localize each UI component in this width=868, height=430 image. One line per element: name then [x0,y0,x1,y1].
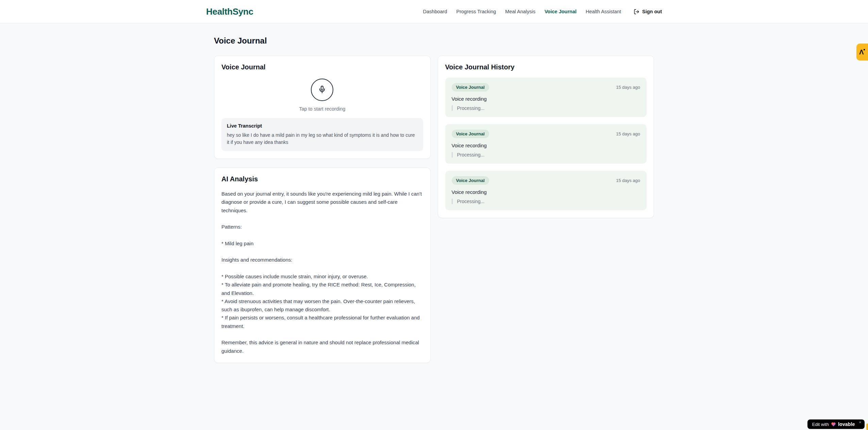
history-list: Voice Journal 15 days ago Voice recordin… [445,78,647,210]
badge-close-icon[interactable]: × [859,420,861,424]
page-title: Voice Journal [214,36,654,46]
top-navigation-bar: HealthSync Dashboard Progress Tracking M… [0,0,868,23]
tap-to-record-hint: Tap to start recording [299,106,345,112]
history-card-title: Voice Journal History [445,63,647,71]
edit-with-label: Edit with [812,422,829,427]
nav-item-progress-tracking[interactable]: Progress Tracking [456,9,496,14]
nav-item-meal-analysis[interactable]: Meal Analysis [505,9,535,14]
nav-item-dashboard[interactable]: Dashboard [423,9,447,14]
sign-out-icon [634,9,639,15]
history-entry[interactable]: Voice Journal 15 days ago Voice recordin… [445,124,647,164]
app-logo[interactable]: HealthSync [206,6,253,17]
voice-recorder-card: Voice Journal Tap to start recording [214,55,431,159]
entry-timestamp: 15 days ago [616,131,640,136]
entry-type-badge: Voice Journal [452,130,489,138]
gradient-heart-icon [831,422,836,427]
lovable-edit-side-tag-button[interactable]: Λ [856,44,868,61]
entry-title: Voice recording [452,189,640,195]
main-nav: Dashboard Progress Tracking Meal Analysi… [423,9,662,15]
entry-status: Processing... [452,199,640,204]
right-column: Voice Journal History Voice Journal 15 d… [438,55,654,218]
ai-analysis-title: AI Analysis [221,175,423,183]
entry-type-badge: Voice Journal [452,83,489,92]
main-content: Voice Journal Voice Journal [214,23,654,363]
ai-analysis-body: Based on your journal entry, it sounds l… [221,190,423,355]
history-entry[interactable]: Voice Journal 15 days ago Voice recordin… [445,171,647,210]
entry-timestamp: 15 days ago [616,85,640,90]
live-transcript-box: Live Transcript hey so like I do have a … [221,118,423,151]
record-button[interactable] [311,79,333,101]
entry-status: Processing... [452,152,640,158]
lovable-caret-icon: Λ [859,49,864,55]
ai-analysis-card: AI Analysis Based on your journal entry,… [214,167,431,363]
entry-title: Voice recording [452,96,640,102]
sign-out-label: Sign out [642,9,662,14]
nav-item-health-assistant[interactable]: Health Assistant [586,9,621,14]
lovable-brand-label: lovable [838,421,855,427]
edit-with-lovable-badge[interactable]: Edit with lovable × [807,419,865,429]
voice-journal-history-card: Voice Journal History Voice Journal 15 d… [438,55,654,218]
live-transcript-text: hey so like I do have a mild pain in my … [227,132,418,146]
sign-out-button[interactable]: Sign out [634,9,662,15]
entry-title: Voice recording [452,143,640,148]
entry-type-badge: Voice Journal [452,176,489,185]
entry-timestamp: 15 days ago [616,178,640,183]
entry-status: Processing... [452,105,640,111]
live-transcript-title: Live Transcript [227,123,418,129]
history-entry[interactable]: Voice Journal 15 days ago Voice recordin… [445,78,647,117]
microphone-icon [318,85,326,95]
nav-item-voice-journal[interactable]: Voice Journal [545,9,577,14]
corner-accent-sliver [866,424,868,430]
recorder-card-title: Voice Journal [221,63,423,71]
left-column: Voice Journal Tap to start recording [214,55,431,363]
